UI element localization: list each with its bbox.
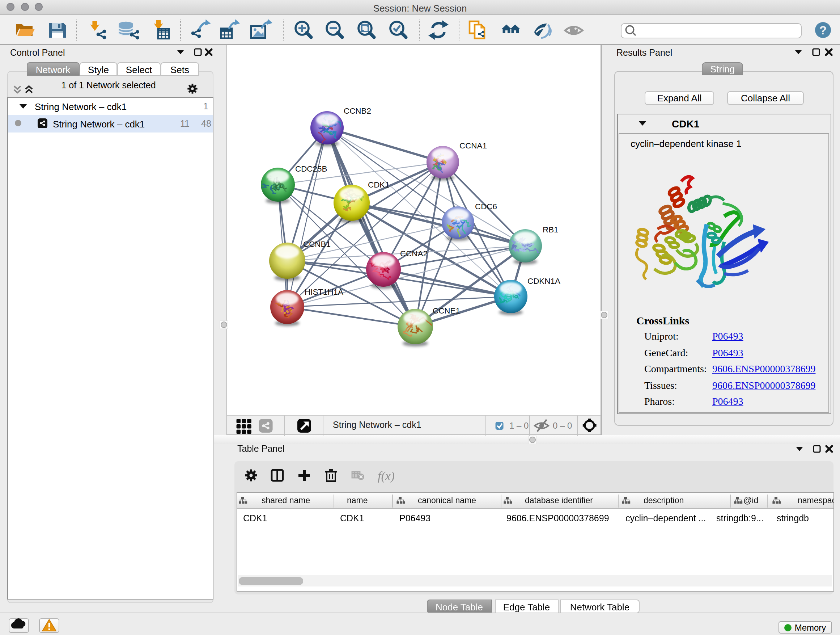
svg-text:CCNA1: CCNA1 — [459, 141, 487, 150]
svg-text:HIST1H1A: HIST1H1A — [305, 287, 343, 296]
svg-text:CCNE1: CCNE1 — [433, 306, 460, 315]
svg-text:CDKN1A: CDKN1A — [527, 277, 561, 286]
svg-text:CDK1: CDK1 — [368, 180, 390, 189]
svg-text:CCNA2: CCNA2 — [400, 249, 428, 258]
svg-text:RB1: RB1 — [543, 225, 559, 234]
svg-text:CCNB2: CCNB2 — [344, 106, 371, 116]
svg-text:CDC25B: CDC25B — [295, 165, 327, 173]
svg-text:CCNB1: CCNB1 — [303, 240, 331, 249]
svg-text:CDC6: CDC6 — [475, 202, 497, 211]
